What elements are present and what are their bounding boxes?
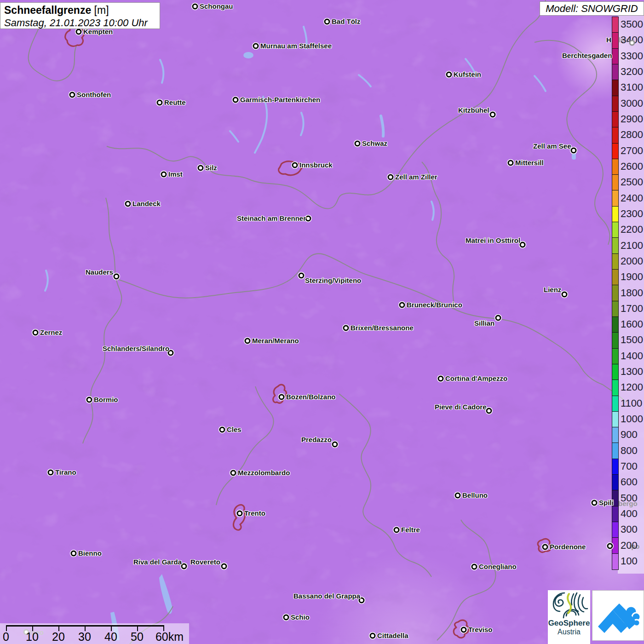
title-panel: Schneefallgrenze [m] Samstag, 21.01.2023… xyxy=(0,2,160,29)
colorbar-segment xyxy=(612,96,618,112)
model-panel: Modell: SNOWGRID xyxy=(540,1,644,16)
colorbar-segment xyxy=(612,427,618,443)
map-valid-time: Samstag, 21.01.2023 10:00 Uhr xyxy=(4,17,156,29)
geosphere-logo-country: Austria xyxy=(548,628,590,636)
colorbar-segment xyxy=(612,475,618,490)
colorbar-segment xyxy=(612,222,618,238)
colorbar-segment xyxy=(612,443,618,459)
scalebar-label: 10 xyxy=(26,630,39,644)
colorbar-segment xyxy=(612,127,618,143)
scalebar-label: 0 xyxy=(3,630,9,644)
weather-map-stage: HleinbergoipoIseo 3500340033003200310030… xyxy=(0,0,644,644)
model-label: Modell: SNOWGRID xyxy=(546,3,638,14)
colorbar-segment xyxy=(612,285,618,301)
distance-scalebar: 0102030405060km xyxy=(0,623,189,644)
colorbar-segment xyxy=(612,49,618,64)
mountain-cloud-icon xyxy=(592,591,644,640)
colorbar-segment xyxy=(612,254,618,270)
colorbar-segment xyxy=(612,333,618,348)
colorbar-segment xyxy=(612,64,618,80)
colorbar-segment xyxy=(612,190,618,206)
colorbar-segment xyxy=(612,396,618,412)
colorbar-segment xyxy=(612,506,618,522)
colorbar-segment xyxy=(612,207,618,222)
colorbar-segment xyxy=(612,159,618,175)
colorbar-segment xyxy=(612,522,618,538)
map-title-unit: [m] xyxy=(94,4,109,16)
colorbar-segment xyxy=(612,538,618,553)
colorbar-segment xyxy=(612,412,618,427)
colorbar xyxy=(612,17,619,570)
colorbar-segment xyxy=(612,490,618,506)
colorbar-segment xyxy=(612,238,618,253)
colorbar-segment xyxy=(612,301,618,317)
map-title-parameter: Schneefallgrenze xyxy=(4,4,91,16)
colorbar-segment xyxy=(612,459,618,475)
colorbar-segment xyxy=(612,144,618,159)
scalebar-label: 50 xyxy=(131,630,144,644)
colorbar-segment xyxy=(612,175,618,190)
colorbar-segment xyxy=(612,349,618,364)
colorbar-segment xyxy=(612,33,618,48)
colorbar-segment xyxy=(612,380,618,396)
colorbar-background-strip xyxy=(618,14,644,574)
scalebar-label: 20 xyxy=(52,630,65,644)
partner-logo-panel xyxy=(592,590,644,641)
scalebar-label: 40 xyxy=(104,630,117,644)
colorbar-segment xyxy=(612,364,618,380)
scalebar-label: 30 xyxy=(78,630,91,644)
colorbar-segment xyxy=(612,17,618,33)
terrain-shading xyxy=(0,0,644,644)
geosphere-logo-name: GeoSphere xyxy=(548,619,590,628)
map-title: Schneefallgrenze [m] xyxy=(4,4,156,17)
scalebar-label: 60km xyxy=(155,630,184,644)
colorbar-segment xyxy=(612,80,618,96)
colorbar-segment xyxy=(612,554,618,569)
colorbar-segment xyxy=(612,112,618,127)
colorbar-segment xyxy=(612,317,618,333)
colorbar-segment xyxy=(612,270,618,285)
geosphere-contour-icon xyxy=(548,590,590,619)
geosphere-logo-panel: GeoSphere Austria xyxy=(548,590,590,644)
map-artwork xyxy=(0,0,644,644)
